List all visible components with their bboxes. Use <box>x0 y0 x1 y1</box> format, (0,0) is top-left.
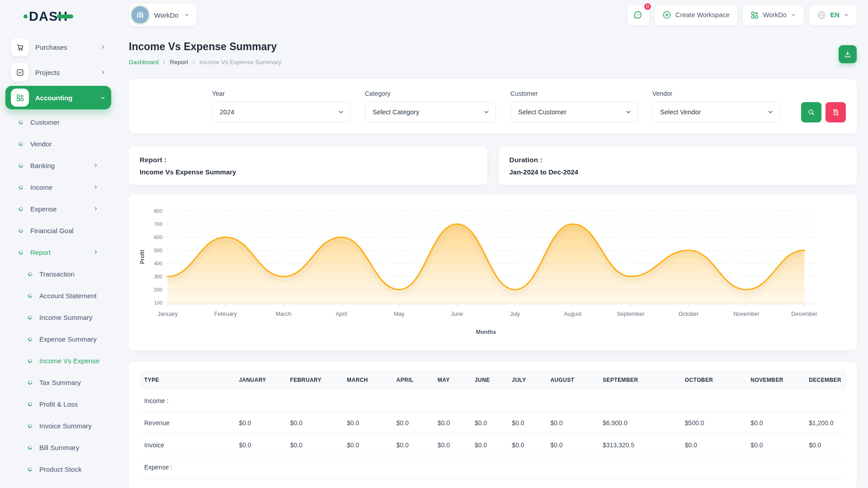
category-value: Select Category <box>373 108 419 116</box>
sidebar-item-accounting[interactable]: Accounting <box>5 86 111 109</box>
language-button[interactable]: EN <box>809 5 857 25</box>
cell-invoice-december: $0.0 <box>804 434 846 456</box>
sidebar-item-label: Invoice Summary <box>39 422 92 430</box>
sidebar-item-label: Accounting <box>35 94 100 102</box>
workspace-selector[interactable]: WorkDo <box>129 4 197 26</box>
income-expense-table-card: TYPEJANUARYFEBRUARYMARCHAPRILMAYJUNEJULY… <box>129 362 857 488</box>
sidebar-item-expense[interactable]: Expense <box>5 198 111 220</box>
sidebar-item-label: Customer <box>30 118 60 126</box>
cell-revenue-november: $0.0 <box>746 412 804 434</box>
sidebar-item-cash-flow[interactable]: Cash Flow <box>5 480 111 488</box>
download-report-button[interactable] <box>839 45 857 63</box>
cell-invoice-november: $0.0 <box>746 434 804 456</box>
sidebar-item-vendor[interactable]: Vendor <box>5 133 111 155</box>
cell-revenue-june: $0.0 <box>470 412 507 434</box>
chevron-right-icon <box>93 249 99 255</box>
column-header-may: MAY <box>433 370 470 390</box>
sidebar-item-invoice-summary[interactable]: Invoice Summary <box>5 415 111 436</box>
messages-button[interactable]: 0 <box>627 5 649 25</box>
sidebar-item-customer[interactable]: Customer <box>5 111 111 133</box>
customer-select[interactable]: Select Customer <box>510 102 638 122</box>
sidebar-item-projects[interactable]: Projects <box>5 61 111 84</box>
sidebar-item-label: Transaction <box>39 270 75 278</box>
column-header-september: SEPTEMBER <box>598 370 680 390</box>
sidebar-item-expense-summary[interactable]: Expense Summary <box>5 328 111 350</box>
sidebar-item-transaction[interactable]: Transaction <box>5 263 111 285</box>
svg-text:April: April <box>335 311 347 317</box>
year-select[interactable]: 2024 <box>212 102 350 122</box>
report-label: Report : <box>140 156 476 164</box>
workspace-menu-button[interactable]: WorkDo <box>743 5 804 25</box>
sidebar-item-label: Account Statement <box>39 292 97 300</box>
checkbox-icon <box>11 63 29 81</box>
svg-text:June: June <box>451 311 463 317</box>
chevron-right-icon <box>100 44 106 50</box>
svg-text:800: 800 <box>154 208 162 214</box>
svg-text:August: August <box>564 311 582 317</box>
cell-revenue-september: $6,900.0 <box>598 412 680 434</box>
reset-filter-button[interactable] <box>826 102 846 122</box>
chevron-down-icon <box>791 12 796 18</box>
sidebar-item-purchases[interactable]: Purchases <box>5 35 111 59</box>
chevron-down-icon <box>338 109 344 115</box>
sidebar-item-income-vs-expense[interactable]: Income Vs Expense <box>5 350 111 371</box>
chevron-separator-icon: › <box>163 58 165 66</box>
sidebar-item-financial-goal[interactable]: Financial Goal <box>5 220 111 241</box>
bullet-icon <box>19 228 24 233</box>
filter-vendor: Vendor Select Vendor <box>652 90 780 122</box>
sidebar-item-profit-loss[interactable]: Profit & Loss <box>5 393 111 415</box>
column-header-january: JANUARY <box>234 370 285 390</box>
app-logo[interactable]: DASH <box>24 7 111 25</box>
accounting-submenu: CustomerVendorBankingIncomeExpenseFinanc… <box>5 111 111 488</box>
sidebar-item-label: Expense Summary <box>39 335 97 343</box>
year-value: 2024 <box>220 108 234 116</box>
table-row-invoice: Invoice$0.0$0.0$0.0$0.0$0.0$0.0$0.0$0.0$… <box>140 434 846 456</box>
report-card: Report : Income Vs Expense Summary <box>129 147 487 185</box>
table-section-expense: Expense : <box>140 456 846 479</box>
logo-dash-bar <box>57 14 73 19</box>
sidebar-item-account-statement[interactable]: Account Statement <box>5 285 111 306</box>
topbar: WorkDo 0 Create Workspace WorkDo <box>129 0 857 30</box>
cell-invoice-march: $0.0 <box>342 434 392 456</box>
logo-dot <box>24 14 28 19</box>
cell-revenue-march: $0.0 <box>342 412 392 434</box>
sidebar-item-product-stock[interactable]: Product Stock <box>5 458 111 480</box>
sidebar-item-report[interactable]: Report <box>5 241 111 263</box>
breadcrumb-current: Income Vs Expense Summary <box>199 59 282 66</box>
chevron-right-icon <box>93 184 99 190</box>
chevron-right-icon <box>100 70 106 75</box>
chevron-separator-icon: › <box>193 58 195 66</box>
sidebar-item-tax-summary[interactable]: Tax Summary <box>5 371 111 393</box>
cell-invoice-january: $0.0 <box>234 434 285 456</box>
svg-text:400: 400 <box>154 261 162 266</box>
customer-label: Customer <box>510 90 638 97</box>
svg-text:March: March <box>276 311 292 317</box>
svg-text:300: 300 <box>154 274 162 279</box>
sidebar-item-bill-summary[interactable]: Bill Summary <box>5 436 111 458</box>
svg-text:February: February <box>214 311 237 317</box>
report-value: Income Vs Expense Summary <box>140 168 476 176</box>
create-workspace-button[interactable]: Create Workspace <box>655 5 737 25</box>
column-header-august: AUGUST <box>546 370 598 390</box>
sidebar: DASH Purchases Projects Accounting Custo… <box>0 0 116 488</box>
apply-filter-button[interactable] <box>801 102 821 122</box>
breadcrumb-dashboard[interactable]: Dashboard <box>129 59 159 66</box>
sidebar-item-label: Bill Summary <box>39 444 79 451</box>
filter-year: Year 2024 <box>212 90 350 122</box>
sidebar-item-banking[interactable]: Banking <box>5 155 111 176</box>
chevron-down-icon <box>184 12 189 18</box>
chevron-down-icon <box>483 109 490 115</box>
section-label: Income : <box>140 390 846 412</box>
globe-icon <box>817 10 826 20</box>
sidebar-item-income-summary[interactable]: Income Summary <box>5 306 111 328</box>
breadcrumb-report[interactable]: Report <box>170 59 189 66</box>
sidebar-item-label: Banking <box>30 162 55 169</box>
vendor-select[interactable]: Select Vendor <box>652 102 780 122</box>
category-select[interactable]: Select Category <box>365 102 496 122</box>
duration-label: Duration : <box>509 156 846 164</box>
cell-invoice-may: $0.0 <box>433 434 470 456</box>
language-label: EN <box>830 11 840 19</box>
sidebar-item-income[interactable]: Income <box>5 176 111 198</box>
bullet-icon <box>28 380 33 385</box>
svg-text:700: 700 <box>154 221 162 227</box>
